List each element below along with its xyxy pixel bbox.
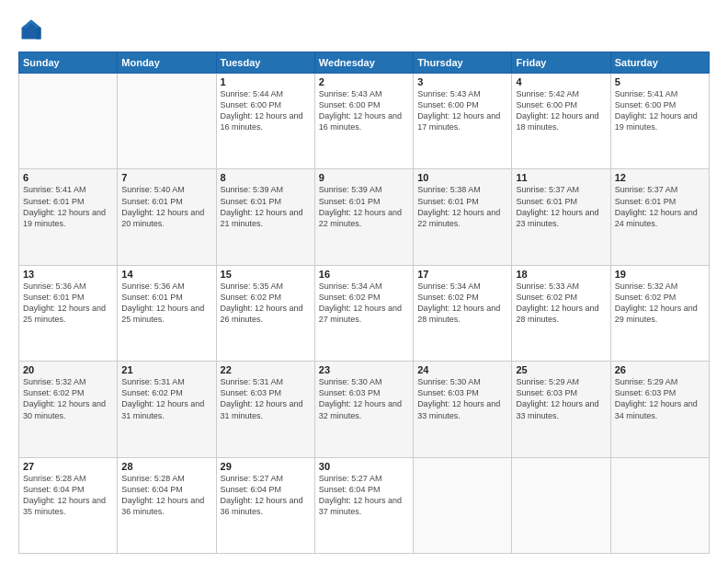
weekday-header-monday: Monday: [118, 52, 216, 74]
day-info: Sunrise: 5:27 AMSunset: 6:04 PMDaylight:…: [319, 473, 409, 518]
week-row-4: 20Sunrise: 5:32 AMSunset: 6:02 PMDayligh…: [19, 362, 710, 457]
day-number: 3: [417, 76, 507, 87]
day-info: Sunrise: 5:30 AMSunset: 6:03 PMDaylight:…: [319, 376, 409, 421]
calendar-cell: [610, 457, 709, 553]
day-number: 10: [417, 172, 507, 183]
calendar-cell: 4Sunrise: 5:42 AMSunset: 6:00 PMDaylight…: [512, 74, 610, 169]
calendar-cell: 29Sunrise: 5:27 AMSunset: 6:04 PMDayligh…: [216, 457, 314, 553]
calendar-cell: 10Sunrise: 5:38 AMSunset: 6:01 PMDayligh…: [414, 169, 512, 265]
day-number: 27: [23, 461, 113, 472]
weekday-header-saturday: Saturday: [610, 52, 709, 74]
calendar-cell: 24Sunrise: 5:30 AMSunset: 6:03 PMDayligh…: [414, 362, 512, 457]
calendar-body: 1Sunrise: 5:44 AMSunset: 6:00 PMDaylight…: [19, 74, 710, 554]
calendar-cell: 26Sunrise: 5:29 AMSunset: 6:03 PMDayligh…: [610, 362, 709, 457]
day-number: 1: [221, 76, 311, 87]
calendar-cell: 9Sunrise: 5:39 AMSunset: 6:01 PMDaylight…: [314, 169, 413, 265]
svg-marker-2: [36, 28, 40, 39]
day-info: Sunrise: 5:30 AMSunset: 6:03 PMDaylight:…: [417, 376, 507, 421]
calendar-cell: [118, 74, 216, 169]
day-number: 29: [221, 461, 311, 472]
calendar-cell: 20Sunrise: 5:32 AMSunset: 6:02 PMDayligh…: [19, 362, 118, 457]
calendar-cell: 25Sunrise: 5:29 AMSunset: 6:03 PMDayligh…: [512, 362, 610, 457]
day-info: Sunrise: 5:32 AMSunset: 6:02 PMDaylight:…: [23, 376, 113, 421]
day-number: 11: [516, 172, 606, 183]
day-info: Sunrise: 5:35 AMSunset: 6:02 PMDaylight:…: [221, 281, 311, 326]
day-info: Sunrise: 5:39 AMSunset: 6:01 PMDaylight:…: [221, 184, 311, 229]
day-number: 4: [516, 76, 606, 87]
day-number: 6: [23, 172, 113, 183]
calendar-cell: 2Sunrise: 5:43 AMSunset: 6:00 PMDaylight…: [314, 74, 413, 169]
day-info: Sunrise: 5:28 AMSunset: 6:04 PMDaylight:…: [121, 473, 211, 518]
day-info: Sunrise: 5:41 AMSunset: 6:01 PMDaylight:…: [23, 184, 113, 229]
day-number: 25: [516, 364, 606, 375]
calendar-cell: 19Sunrise: 5:32 AMSunset: 6:02 PMDayligh…: [610, 265, 709, 361]
day-number: 7: [121, 172, 211, 183]
day-number: 23: [319, 364, 409, 375]
calendar-cell: 11Sunrise: 5:37 AMSunset: 6:01 PMDayligh…: [512, 169, 610, 265]
calendar-cell: 17Sunrise: 5:34 AMSunset: 6:02 PMDayligh…: [414, 265, 512, 361]
day-number: 24: [417, 364, 507, 375]
day-number: 14: [121, 269, 211, 280]
day-info: Sunrise: 5:44 AMSunset: 6:00 PMDaylight:…: [221, 88, 311, 133]
weekday-header-sunday: Sunday: [19, 52, 118, 74]
day-number: 12: [615, 172, 705, 183]
day-info: Sunrise: 5:43 AMSunset: 6:00 PMDaylight:…: [417, 88, 507, 133]
week-row-1: 1Sunrise: 5:44 AMSunset: 6:00 PMDaylight…: [19, 74, 710, 169]
day-number: 2: [319, 76, 409, 87]
weekday-header-friday: Friday: [512, 52, 610, 74]
day-info: Sunrise: 5:33 AMSunset: 6:02 PMDaylight:…: [516, 281, 606, 326]
day-info: Sunrise: 5:29 AMSunset: 6:03 PMDaylight:…: [615, 376, 705, 421]
calendar-cell: 7Sunrise: 5:40 AMSunset: 6:01 PMDaylight…: [118, 169, 216, 265]
calendar-cell: 12Sunrise: 5:37 AMSunset: 6:01 PMDayligh…: [610, 169, 709, 265]
day-number: 20: [23, 364, 113, 375]
week-row-3: 13Sunrise: 5:36 AMSunset: 6:01 PMDayligh…: [19, 265, 710, 361]
weekday-header-wednesday: Wednesday: [314, 52, 413, 74]
calendar-cell: 1Sunrise: 5:44 AMSunset: 6:00 PMDaylight…: [216, 74, 314, 169]
day-info: Sunrise: 5:28 AMSunset: 6:04 PMDaylight:…: [23, 473, 113, 518]
calendar-cell: 30Sunrise: 5:27 AMSunset: 6:04 PMDayligh…: [314, 457, 413, 553]
header: [18, 17, 710, 42]
calendar-table: SundayMondayTuesdayWednesdayThursdayFrid…: [18, 52, 710, 554]
week-row-5: 27Sunrise: 5:28 AMSunset: 6:04 PMDayligh…: [19, 457, 710, 553]
calendar-cell: 23Sunrise: 5:30 AMSunset: 6:03 PMDayligh…: [314, 362, 413, 457]
week-row-2: 6Sunrise: 5:41 AMSunset: 6:01 PMDaylight…: [19, 169, 710, 265]
day-number: 30: [319, 461, 409, 472]
calendar-cell: 18Sunrise: 5:33 AMSunset: 6:02 PMDayligh…: [512, 265, 610, 361]
day-info: Sunrise: 5:34 AMSunset: 6:02 PMDaylight:…: [319, 281, 409, 326]
calendar-cell: 6Sunrise: 5:41 AMSunset: 6:01 PMDaylight…: [19, 169, 118, 265]
calendar-cell: [512, 457, 610, 553]
day-info: Sunrise: 5:37 AMSunset: 6:01 PMDaylight:…: [615, 184, 705, 229]
day-number: 18: [516, 269, 606, 280]
day-info: Sunrise: 5:43 AMSunset: 6:00 PMDaylight:…: [319, 88, 409, 133]
day-number: 16: [319, 269, 409, 280]
day-info: Sunrise: 5:37 AMSunset: 6:01 PMDaylight:…: [516, 184, 606, 229]
day-number: 19: [615, 269, 705, 280]
calendar-cell: 21Sunrise: 5:31 AMSunset: 6:02 PMDayligh…: [118, 362, 216, 457]
day-info: Sunrise: 5:31 AMSunset: 6:02 PMDaylight:…: [121, 376, 211, 421]
day-info: Sunrise: 5:29 AMSunset: 6:03 PMDaylight:…: [516, 376, 606, 421]
day-number: 22: [221, 364, 311, 375]
calendar-cell: [414, 457, 512, 553]
calendar-cell: 5Sunrise: 5:41 AMSunset: 6:00 PMDaylight…: [610, 74, 709, 169]
logo-icon: [18, 17, 44, 42]
day-number: 9: [319, 172, 409, 183]
calendar-cell: 28Sunrise: 5:28 AMSunset: 6:04 PMDayligh…: [118, 457, 216, 553]
calendar-cell: 27Sunrise: 5:28 AMSunset: 6:04 PMDayligh…: [19, 457, 118, 553]
day-info: Sunrise: 5:32 AMSunset: 6:02 PMDaylight:…: [615, 281, 705, 326]
day-info: Sunrise: 5:40 AMSunset: 6:01 PMDaylight:…: [121, 184, 211, 229]
page: SundayMondayTuesdayWednesdayThursdayFrid…: [0, 0, 728, 563]
day-info: Sunrise: 5:36 AMSunset: 6:01 PMDaylight:…: [23, 281, 113, 326]
day-info: Sunrise: 5:27 AMSunset: 6:04 PMDaylight:…: [221, 473, 311, 518]
day-number: 13: [23, 269, 113, 280]
calendar-cell: [19, 74, 118, 169]
weekday-header-row: SundayMondayTuesdayWednesdayThursdayFrid…: [19, 52, 710, 74]
calendar-cell: 15Sunrise: 5:35 AMSunset: 6:02 PMDayligh…: [216, 265, 314, 361]
day-number: 26: [615, 364, 705, 375]
day-info: Sunrise: 5:41 AMSunset: 6:00 PMDaylight:…: [615, 88, 705, 133]
calendar-cell: 8Sunrise: 5:39 AMSunset: 6:01 PMDaylight…: [216, 169, 314, 265]
calendar-header: SundayMondayTuesdayWednesdayThursdayFrid…: [19, 52, 710, 74]
day-number: 5: [615, 76, 705, 87]
calendar-cell: 3Sunrise: 5:43 AMSunset: 6:00 PMDaylight…: [414, 74, 512, 169]
day-number: 8: [221, 172, 311, 183]
day-number: 21: [121, 364, 211, 375]
